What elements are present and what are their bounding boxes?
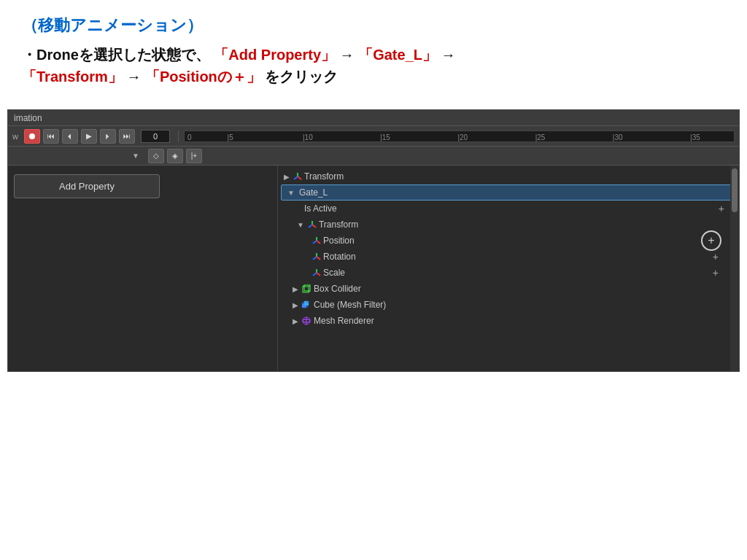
unity-titlebar: imation	[8, 110, 739, 126]
ruler-5: |5	[192, 133, 269, 141]
goto-end-icon: ⏭	[123, 132, 131, 140]
transform-arrow-icon	[284, 173, 290, 181]
scale-label: Scale	[323, 268, 345, 278]
rotation-content: Rotation	[311, 252, 356, 262]
play-icon: ▶	[86, 132, 92, 140]
scale-row[interactable]: Scale +	[278, 265, 739, 281]
transform-child-row[interactable]: Transform	[278, 217, 739, 233]
position-plus-circle-button[interactable]: +	[701, 230, 721, 251]
mesh-renderer-icon	[301, 316, 311, 326]
scale-icon	[311, 268, 322, 278]
scale-plus-button[interactable]: +	[710, 267, 721, 279]
is-active-label: Is Active	[304, 203, 337, 214]
mesh-renderer-arrow-icon	[293, 317, 298, 325]
desc-highlight3: 「Transform」	[22, 69, 123, 85]
play-button[interactable]: ▶	[81, 129, 97, 144]
position-row[interactable]: Position +	[278, 233, 739, 249]
box-collider-label: Box Collider	[314, 284, 361, 294]
prev-frame-icon: ⏴	[66, 132, 74, 140]
rotation-label: Rotation	[323, 252, 356, 262]
ruler-15: |15	[347, 133, 424, 141]
scroll-thumb[interactable]	[732, 168, 738, 212]
add-key-button[interactable]: ◈	[167, 149, 183, 163]
transform-root-row[interactable]: Transform	[278, 168, 739, 184]
next-frame-button[interactable]: ⏵	[100, 129, 116, 144]
svg-line-24	[306, 306, 309, 308]
svg-line-11	[317, 257, 320, 260]
desc-arrow1: →	[340, 47, 359, 63]
svg-line-4	[309, 225, 312, 228]
left-panel: Add Property	[8, 166, 278, 371]
svg-line-2	[298, 176, 301, 179]
scrollbar[interactable]	[730, 166, 739, 371]
unity-toolbar2: ▼ ◇ ◈ |+	[8, 147, 739, 166]
add-key-icon: ◈	[172, 152, 178, 160]
curves-button[interactable]: |+	[186, 149, 202, 163]
timeline-ruler-area: 0 |5 |10 |15 |20 |25 |30 |35	[184, 131, 735, 142]
title-text: （移動アニメーション）	[22, 16, 203, 34]
cube-mesh-filter-icon	[301, 300, 311, 310]
desc-arrow2: →	[441, 47, 456, 63]
svg-line-14	[317, 273, 320, 276]
position-actions: +	[701, 230, 733, 251]
add-property-button[interactable]: Add Property	[14, 174, 160, 198]
record-dot	[29, 133, 35, 139]
cube-mesh-filter-label: Cube (Mesh Filter)	[314, 300, 386, 310]
mesh-renderer-row[interactable]: Mesh Renderer	[278, 313, 739, 329]
position-content: Position	[311, 236, 355, 246]
desc-arrow3: →	[126, 69, 145, 85]
position-label: Position	[323, 236, 355, 246]
window-title: imation	[14, 113, 42, 123]
svg-line-5	[312, 225, 316, 228]
ruler-35: |35	[657, 133, 734, 141]
goto-start-button[interactable]: ⏮	[43, 129, 59, 144]
cube-mesh-filter-row[interactable]: Cube (Mesh Filter)	[278, 297, 739, 313]
ruler-0: 0	[185, 133, 192, 141]
page-title: （移動アニメーション）	[22, 15, 725, 36]
rotation-plus-button[interactable]: +	[710, 251, 721, 262]
ruler-30: |30	[579, 133, 657, 141]
description: ・Droneを選択した状態で、 「Add Property」 → 「Gate_L…	[22, 44, 725, 88]
toolbar-label: w	[12, 132, 18, 141]
svg-line-22	[302, 301, 304, 303]
svg-rect-15	[303, 287, 309, 292]
unity-animation-window: imation w ⏮ ⏴ ▶ ⏵ ⏭ 0 |5	[7, 109, 740, 372]
transform-child-arrow-icon	[297, 221, 304, 229]
goto-end-button[interactable]: ⏭	[119, 129, 135, 144]
transform-child-label: Transform	[319, 219, 358, 230]
cube-mesh-filter-arrow-icon	[293, 301, 298, 309]
desc-highlight1: 「Add Property」	[214, 47, 336, 63]
scale-content: Scale	[311, 268, 345, 278]
desc-suffix: をクリック	[265, 69, 338, 85]
ruler-marks: 0 |5 |10 |15 |20 |25 |30 |35	[185, 131, 734, 141]
desc-highlight4: 「Positionの＋」	[145, 69, 261, 85]
is-active-plus-icon[interactable]: +	[716, 203, 727, 214]
next-frame-icon: ⏵	[104, 132, 112, 140]
rotation-row[interactable]: Rotation +	[278, 249, 739, 265]
curves-icon: |+	[191, 152, 197, 160]
diamond-icon: ◇	[153, 152, 159, 160]
ruler-20: |20	[424, 133, 501, 141]
diamond-key-button[interactable]: ◇	[148, 149, 164, 163]
gate-l-row[interactable]: Gate_L	[281, 184, 736, 201]
box-collider-row[interactable]: Box Collider	[278, 281, 739, 297]
position-icon	[311, 236, 322, 246]
gate-l-arrow-icon	[287, 189, 295, 197]
dropdown-arrow-icon[interactable]: ▼	[132, 152, 139, 160]
rotation-icon	[311, 252, 322, 262]
mesh-renderer-label: Mesh Renderer	[314, 316, 374, 326]
svg-line-10	[313, 257, 317, 260]
goto-start-icon: ⏮	[47, 132, 55, 140]
box-collider-icon	[301, 284, 311, 294]
svg-line-7	[313, 241, 317, 244]
timeline-input[interactable]	[141, 130, 170, 143]
ruler-10: |10	[269, 133, 347, 141]
svg-line-1	[294, 176, 298, 179]
transform-root-label: Transform	[304, 171, 344, 182]
right-panel: Transform Gate_L Is Active +	[278, 166, 739, 371]
record-button[interactable]	[24, 129, 40, 144]
prev-frame-button[interactable]: ⏴	[62, 129, 78, 144]
is-active-row[interactable]: Is Active +	[278, 201, 739, 217]
desc-highlight2: 「Gate_L」	[358, 47, 437, 63]
ruler-25: |25	[501, 133, 578, 141]
